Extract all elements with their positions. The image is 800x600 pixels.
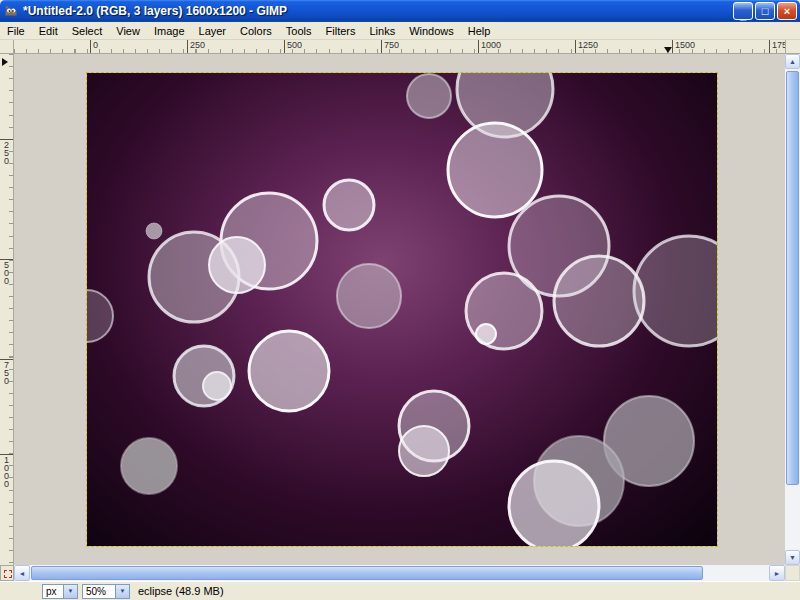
horizontal-scroll-track[interactable]	[30, 565, 769, 581]
quickmask-toggle[interactable]	[0, 565, 14, 581]
horizontal-scrollbar[interactable]: ◄ ►	[14, 565, 785, 581]
bokeh-circle	[399, 426, 449, 476]
statusbar: px ▼ 50% ▼ eclipse (48.9 MB)	[0, 581, 800, 600]
horizontal-scroll-thumb[interactable]	[31, 566, 703, 580]
bokeh-circle	[249, 331, 329, 411]
bokeh-circle	[87, 290, 113, 342]
scroll-down-arrow[interactable]: ▼	[785, 550, 800, 565]
bokeh-circle	[121, 438, 177, 494]
bokeh-circle	[407, 74, 451, 118]
vertical-scroll-track[interactable]	[785, 69, 800, 550]
menu-item-file[interactable]: File	[0, 25, 32, 37]
close-button[interactable]: ×	[777, 2, 797, 20]
zoom-value: 50%	[83, 586, 115, 597]
menu-item-tools[interactable]: Tools	[279, 25, 319, 37]
bokeh-image	[87, 73, 717, 546]
vertical-scroll-thumb[interactable]	[786, 71, 799, 485]
bokeh-circle	[209, 237, 265, 293]
hruler-label-1500: 1500	[672, 40, 695, 54]
vruler-position-marker	[2, 58, 8, 66]
menubar: FileEditSelectViewImageLayerColorsToolsF…	[0, 22, 800, 40]
menu-item-links[interactable]: Links	[362, 25, 402, 37]
vertical-ruler[interactable]: 2 5 05 0 07 5 01 0 0 0	[0, 54, 14, 565]
canvas-viewport	[14, 54, 785, 565]
status-text: eclipse (48.9 MB)	[138, 585, 224, 597]
bokeh-circle	[146, 223, 162, 239]
maximize-button[interactable]: □	[755, 2, 775, 20]
unit-select[interactable]: px ▼	[42, 584, 78, 599]
horizontal-ruler[interactable]: 0250500750100012501500175	[14, 40, 785, 54]
chevron-down-icon: ▼	[115, 585, 129, 598]
hruler-label-250: 250	[187, 40, 205, 54]
bokeh-circle	[324, 180, 374, 230]
menu-item-windows[interactable]: Windows	[402, 25, 461, 37]
vruler-label-500: 5 0 0	[0, 259, 13, 285]
hruler-label-175: 175	[769, 40, 785, 54]
titlebar[interactable]: *Untitled-2.0 (RGB, 3 layers) 1600x1200 …	[0, 0, 800, 22]
bokeh-circle	[337, 264, 401, 328]
menu-item-help[interactable]: Help	[461, 25, 498, 37]
gimp-window: *Untitled-2.0 (RGB, 3 layers) 1600x1200 …	[0, 0, 800, 600]
menu-item-image[interactable]: Image	[147, 25, 192, 37]
hruler-label-750: 750	[381, 40, 399, 54]
ruler-origin-corner	[0, 40, 14, 54]
scroll-up-arrow[interactable]: ▲	[785, 54, 800, 69]
bokeh-circle	[448, 123, 542, 217]
menu-item-filters[interactable]: Filters	[319, 25, 363, 37]
scroll-left-arrow[interactable]: ◄	[14, 565, 30, 581]
vruler-label-1000: 1 0 0 0	[0, 454, 13, 488]
ruler-row: 0250500750100012501500175	[0, 40, 800, 54]
hruler-position-marker	[664, 47, 672, 53]
hruler-label-500: 500	[284, 40, 302, 54]
vruler-label-750: 7 5 0	[0, 359, 13, 385]
hruler-label-0: 0	[90, 40, 98, 54]
minimize-button[interactable]: _	[733, 2, 753, 20]
gimp-icon	[3, 3, 19, 19]
ruler-corner-right	[785, 40, 800, 54]
menu-item-view[interactable]: View	[109, 25, 147, 37]
vruler-label-250: 2 5 0	[0, 139, 13, 165]
chevron-down-icon: ▼	[63, 585, 77, 598]
menu-item-layer[interactable]: Layer	[192, 25, 234, 37]
bokeh-circle	[476, 324, 496, 344]
bokeh-circle	[634, 236, 717, 346]
hruler-label-1000: 1000	[478, 40, 501, 54]
unit-value: px	[43, 586, 63, 597]
bokeh-circle	[203, 372, 231, 400]
scroll-right-arrow[interactable]: ►	[769, 565, 785, 581]
hscroll-row: ◄ ►	[0, 565, 800, 581]
navigation-button[interactable]	[785, 565, 800, 581]
vertical-scrollbar[interactable]: ▲ ▼	[785, 54, 800, 565]
menu-item-select[interactable]: Select	[65, 25, 110, 37]
zoom-select[interactable]: 50% ▼	[82, 584, 130, 599]
window-title: *Untitled-2.0 (RGB, 3 layers) 1600x1200 …	[23, 4, 731, 18]
bokeh-circle	[554, 256, 644, 346]
image-canvas[interactable]	[87, 73, 717, 546]
menu-item-edit[interactable]: Edit	[32, 25, 65, 37]
bokeh-circle	[509, 461, 599, 546]
menu-item-colors[interactable]: Colors	[233, 25, 279, 37]
hruler-label-1250: 1250	[575, 40, 598, 54]
